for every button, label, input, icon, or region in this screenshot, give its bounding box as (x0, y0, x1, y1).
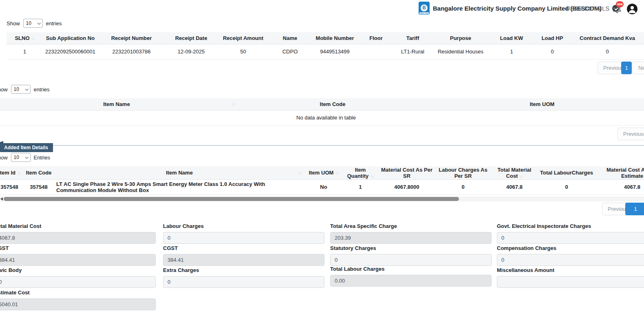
cell-material-cost-estimate: 4067.8 (596, 179, 644, 194)
scrollbar-thumb[interactable] (4, 197, 459, 201)
col-total-labour-charges[interactable]: Total LabourCharges (537, 166, 596, 179)
user-avatar[interactable] (627, 4, 637, 14)
col-tariff[interactable]: Tariff (393, 32, 432, 44)
receipts-table: SLNO↑↓ Sub Application No Receipt Number… (7, 32, 644, 60)
cell-total-material-cost: 4067.8 (492, 179, 537, 194)
field-civic-body: Civic Body (0, 267, 156, 288)
items-lookup-table: Item Name↑↓ Item Code Item UOM No data a… (0, 98, 644, 126)
added-items-page-size-select[interactable]: 10 (11, 153, 31, 162)
field-total-material-cost: Total Material Cost (0, 223, 156, 244)
receipts-length-control: Show 10 entries (7, 19, 62, 28)
col-load-kw[interactable]: Load KW (489, 32, 534, 44)
govt-electrical-inspectorate-charges-input[interactable] (497, 232, 644, 244)
items-lookup-header-row: Item Name↑↓ Item Code Item UOM (0, 98, 644, 110)
table-row: 357548 357548 LT AC Single Phase 2 Wire … (0, 179, 644, 194)
extra-charges-input[interactable] (163, 276, 324, 288)
show-label: Show (0, 155, 8, 161)
col-item-name[interactable]: Item Name↑↓ (53, 166, 306, 179)
total-material-cost-input (0, 232, 156, 244)
cell-contract-demand-kva: 0 (571, 44, 644, 59)
miscellaneous-amount-input[interactable] (497, 276, 644, 288)
chevron-down-icon (25, 87, 28, 91)
field-miscellaneous-amount: Miscellaneous Amount (497, 267, 644, 288)
field-govt-electrical-inspectorate-charges: Govt. Electrical Inspectorate Charges (497, 223, 644, 244)
added-item-details-tab[interactable]: Added Item Details (0, 143, 53, 152)
cell-item-quantity: 1 (342, 179, 379, 194)
items-lookup-page-size-select[interactable]: 10 (11, 85, 31, 94)
col-purpose[interactable]: Purpose (432, 32, 489, 44)
entries-label: entries (46, 20, 62, 27)
cell-floor (359, 44, 393, 59)
col-material-cost-estimate[interactable]: Material Cost As Per Estimate (596, 166, 644, 179)
field-estimate-cost: Estimate Cost (0, 289, 156, 310)
sort-icon: ↑↓ (31, 36, 35, 41)
col-item-quantity[interactable]: Item Quantity↑↓ (342, 166, 379, 179)
col-item-uom[interactable]: Item UOM (426, 98, 644, 110)
col-load-hp[interactable]: Load HP (534, 32, 571, 44)
col-sub-application-no[interactable]: Sub Application No (43, 32, 98, 44)
col-item-name[interactable]: Item Name↑↓ (0, 98, 239, 110)
cell-purpose: Residential Houses (432, 44, 489, 59)
sort-icon: ↑↓ (298, 170, 302, 175)
cell-labour-charges-sr: 0 (434, 179, 492, 194)
added-items-length-control: Show 10 Entries (0, 153, 50, 162)
col-receipt-date[interactable]: Receipt Date (165, 32, 217, 44)
col-item-code[interactable]: Item Code (24, 166, 53, 179)
field-total-area-specific-charge: Total Area Specific Charge (330, 223, 492, 244)
col-labour-charges-sr[interactable]: Labour Charges As Per SR (434, 166, 492, 179)
added-items-page-1-button[interactable]: 1 (625, 203, 644, 215)
col-receipt-amount[interactable]: Receipt Amount (217, 32, 269, 44)
cell-receipt-date: 12-09-2025 (165, 44, 217, 59)
field-statutory-charges: Statutory Charges (330, 245, 492, 266)
labour-charges-input[interactable] (163, 232, 324, 244)
entries-label: entries (34, 86, 50, 93)
user-details-menu[interactable]: USER DETAILS (566, 5, 619, 12)
field-extra-charges: Extra Charges (163, 267, 324, 288)
ribbon-divider (41, 145, 644, 146)
added-items-header-row: Item Id↑↓ Item Code Item Name↑↓ Item UOM… (0, 166, 644, 179)
col-total-material-cost[interactable]: Total Material Cost↑↓ (492, 166, 537, 179)
receipts-page-size-select[interactable]: 10 (23, 19, 43, 28)
total-labour-charges-input (330, 275, 492, 287)
cgst-input (163, 254, 324, 266)
field-labour-charges: Labour Charges (163, 223, 324, 244)
notification-count-badge: 898 (616, 1, 624, 7)
field-compensation-charges: Compensation Charges (497, 245, 644, 266)
cell-slno: 1 (7, 44, 43, 59)
scroll-left-arrow-icon[interactable] (0, 197, 3, 201)
top-header-bar: B BESCOM Bangalore Electricity Supply Co… (0, 0, 644, 17)
civic-body-input[interactable] (0, 276, 156, 288)
cell-receipt-number: 2232201003786 (98, 44, 165, 59)
col-contract-demand-kva[interactable]: Contract Demand Kva (571, 32, 644, 44)
col-name[interactable]: Name (269, 32, 311, 44)
sort-icon: ↑↓ (335, 171, 338, 175)
show-label: Show (0, 86, 8, 93)
cell-receipt-amount: 50 (217, 44, 269, 59)
estimate-cost-input (0, 298, 156, 310)
col-item-uom[interactable]: Item UOM↑↓ (306, 166, 342, 179)
cell-mobile-number: 9449513499 (311, 44, 359, 59)
empty-row: No data available in table (0, 110, 644, 125)
bescom-logo-icon: B BESCOM (419, 2, 430, 15)
sort-icon: ↑↓ (17, 171, 20, 175)
col-item-id[interactable]: Item Id↑↓ (0, 166, 24, 179)
sgst-input (0, 254, 156, 266)
horizontal-scrollbar[interactable] (0, 197, 644, 201)
notifications-button[interactable]: 898 (613, 4, 622, 15)
col-receipt-number[interactable]: Receipt Number (98, 32, 165, 44)
col-floor[interactable]: Floor (359, 32, 393, 44)
added-items-table: Item Id↑↓ Item Code Item Name↑↓ Item UOM… (0, 166, 644, 195)
sort-icon: ↑↓ (232, 102, 235, 106)
table-row: 1 22322092500060001 2232201003786 12-09-… (7, 44, 644, 59)
compensation-charges-input[interactable] (497, 254, 644, 266)
receipts-page-1-button[interactable]: 1 (621, 62, 632, 74)
col-item-code[interactable]: Item Code (239, 98, 426, 110)
receipts-next-button[interactable]: Next (633, 62, 644, 74)
cell-material-cost-sr: 4067.8000 (379, 179, 434, 194)
statutory-charges-input[interactable] (330, 254, 492, 266)
col-material-cost-sr[interactable]: Material Cost As Per SR (379, 166, 434, 179)
col-slno[interactable]: SLNO↑↓ (7, 32, 43, 44)
cell-item-code: 357548 (24, 179, 53, 194)
items-lookup-previous-button[interactable]: Previous (618, 128, 644, 140)
col-mobile-number[interactable]: Mobile Number (311, 32, 359, 44)
